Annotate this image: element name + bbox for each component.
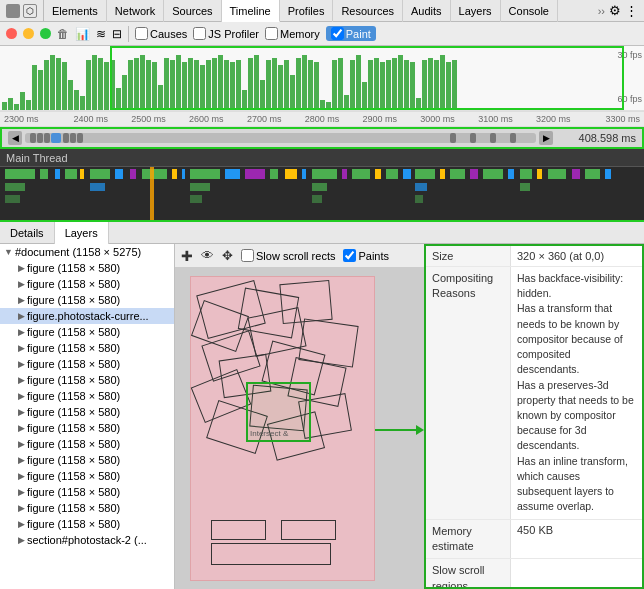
tab-timeline[interactable]: Timeline [222, 0, 280, 22]
tree-item-section[interactable]: ▶ section#photostack-2 (... [0, 532, 174, 548]
circle-green [40, 28, 51, 39]
compositing-value: Has backface-visibility: hidden. Has a t… [511, 267, 642, 519]
tree-item-figure-1[interactable]: ▶ figure (1158 × 580) [0, 260, 174, 276]
tab-elements[interactable]: Elements [44, 0, 107, 22]
memory-checkbox-label[interactable]: Memory [265, 27, 320, 40]
canvas-area: ✚ 👁 ✥ Slow scroll rects Paints [175, 244, 424, 589]
tab-network[interactable]: Network [107, 0, 164, 22]
move-icon[interactable]: ✥ [222, 248, 233, 263]
compositing-row: Compositing Reasons Has backface-visibil… [426, 267, 642, 520]
inspect-icon[interactable]: ⬡ [23, 4, 37, 18]
layer-tree: ▼ #document (1158 × 5275) ▶ figure (1158… [0, 244, 175, 589]
canvas-toolbar: ✚ 👁 ✥ Slow scroll rects Paints [175, 244, 424, 268]
time-mark: 2900 ms [351, 114, 409, 124]
tree-item-figure-9[interactable]: ▶ figure (1158 × 580) [0, 388, 174, 404]
tree-item-figure-5[interactable]: ▶ figure (1158 × 580) [0, 324, 174, 340]
causes-checkbox-label[interactable]: Causes [135, 27, 187, 40]
slow-scroll-value [511, 559, 642, 589]
tab-details[interactable]: Details [0, 222, 55, 244]
bar-chart-icon[interactable]: 📊 [75, 27, 90, 41]
tab-layers[interactable]: Layers [451, 0, 501, 22]
tree-item-figure-15[interactable]: ▶ figure (1158 × 580) [0, 484, 174, 500]
causes-checkbox[interactable] [135, 27, 148, 40]
main-thread-label: Main Thread [6, 152, 68, 164]
tree-item-figure-3[interactable]: ▶ figure (1158 × 580) [0, 292, 174, 308]
compositing-label: Compositing Reasons [426, 267, 511, 519]
time-mark: 3100 ms [467, 114, 525, 124]
memory-row: Memory estimate 450 KB [426, 520, 642, 560]
time-mark: 3200 ms [524, 114, 582, 124]
tab-resources[interactable]: Resources [333, 0, 403, 22]
js-profiler-checkbox[interactable] [193, 27, 206, 40]
timeline-mode-icon[interactable]: ≋ [96, 27, 106, 41]
tree-item-figure-14[interactable]: ▶ figure (1158 × 580) [0, 468, 174, 484]
clear-icon[interactable]: 🗑 [57, 27, 69, 41]
tab-sources[interactable]: Sources [164, 0, 221, 22]
tree-item-figure-selected[interactable]: ▶ figure.photostack-curre... [0, 308, 174, 324]
paint-checkbox-label[interactable]: Paint [326, 26, 376, 41]
tree-item-figure-11[interactable]: ▶ figure (1158 × 580) [0, 420, 174, 436]
tree-item-figure-2[interactable]: ▶ figure (1158 × 580) [0, 276, 174, 292]
size-value: 320 × 360 (at 0,0) [511, 246, 642, 266]
tree-item-figure-13[interactable]: ▶ figure (1158 × 580) [0, 452, 174, 468]
time-mark: 2600 ms [177, 114, 235, 124]
memory-label: Memory estimate [426, 520, 511, 559]
circle-red [6, 28, 17, 39]
tree-item-figure-16[interactable]: ▶ figure (1158 × 580) [0, 500, 174, 516]
paint-checkbox[interactable] [331, 27, 344, 40]
tree-item-figure-17[interactable]: ▶ figure (1158 × 580) [0, 516, 174, 532]
chevron-right-icon: ›› [598, 5, 605, 17]
settings-icon[interactable]: ⚙ [609, 3, 621, 18]
slow-scroll-checkbox-label[interactable]: Slow scroll rects [241, 249, 335, 262]
slow-scroll-row: Slow scroll regions [426, 559, 642, 589]
paints-checkbox[interactable] [343, 249, 356, 262]
devtools-icon [6, 4, 20, 18]
time-mark: 3300 ms [582, 114, 640, 124]
tree-item-figure-12[interactable]: ▶ figure (1158 × 580) [0, 436, 174, 452]
scrubber-left-arrow[interactable]: ◀ [8, 131, 22, 145]
slow-scroll-checkbox[interactable] [241, 249, 254, 262]
time-mark: 3000 ms [409, 114, 467, 124]
tab-audits[interactable]: Audits [403, 0, 451, 22]
tab-profiles[interactable]: Profiles [280, 0, 334, 22]
scrubber-track[interactable] [25, 133, 536, 143]
time-display: 408.598 ms [556, 132, 636, 144]
tree-item-figure-7[interactable]: ▶ figure (1158 × 580) [0, 356, 174, 372]
time-mark: 2300 ms [4, 114, 62, 124]
slow-scroll-label: Slow scroll regions [426, 559, 511, 589]
add-layer-button[interactable]: ✚ [181, 248, 193, 264]
tab-console[interactable]: Console [501, 0, 558, 22]
time-mark: 2400 ms [62, 114, 120, 124]
circle-yellow [23, 28, 34, 39]
time-mark: 2500 ms [120, 114, 178, 124]
tab-layers[interactable]: Layers [55, 222, 109, 244]
size-row: Size 320 × 360 (at 0,0) [426, 246, 642, 267]
memory-checkbox[interactable] [265, 27, 278, 40]
size-label: Size [426, 246, 511, 266]
tree-item-document[interactable]: ▼ #document (1158 × 5275) [0, 244, 174, 260]
tree-item-figure-6[interactable]: ▶ figure (1158 × 580) [0, 340, 174, 356]
selected-layer[interactable]: Intersect & [246, 382, 311, 442]
eye-icon[interactable]: 👁 [201, 248, 214, 263]
scrubber-right-arrow[interactable]: ▶ [539, 131, 553, 145]
canvas-content[interactable]: Intersect & [175, 268, 424, 589]
tree-item-figure-8[interactable]: ▶ figure (1158 × 580) [0, 372, 174, 388]
tree-item-figure-10[interactable]: ▶ figure (1158 × 580) [0, 404, 174, 420]
time-mark: 2800 ms [293, 114, 351, 124]
paints-checkbox-label[interactable]: Paints [343, 249, 389, 262]
info-panel: Size 320 × 360 (at 0,0) Compositing Reas… [424, 244, 644, 589]
js-profiler-checkbox-label[interactable]: JS Profiler [193, 27, 259, 40]
timeline-mode2-icon[interactable]: ⊟ [112, 27, 122, 41]
more-icon[interactable]: ⋮ [625, 3, 638, 18]
memory-value: 450 KB [511, 520, 642, 559]
time-mark: 2700 ms [235, 114, 293, 124]
